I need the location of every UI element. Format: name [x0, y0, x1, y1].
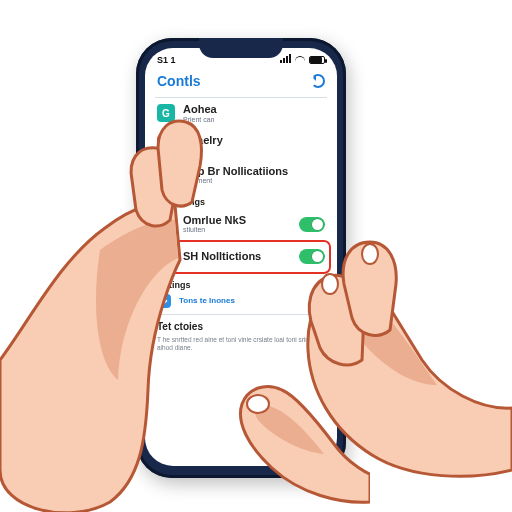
screen-header: Contls	[145, 69, 337, 97]
svg-point-1	[362, 244, 378, 264]
page-title: Contls	[157, 73, 201, 89]
signal-icon	[279, 54, 291, 65]
notch	[199, 38, 283, 58]
battery-icon	[309, 56, 325, 64]
wifi-icon	[295, 56, 305, 64]
right-thumb	[200, 382, 370, 512]
refresh-icon[interactable]	[311, 74, 325, 88]
status-time: S1 1	[157, 55, 176, 65]
svg-point-0	[322, 274, 338, 294]
svg-point-2	[247, 395, 269, 413]
